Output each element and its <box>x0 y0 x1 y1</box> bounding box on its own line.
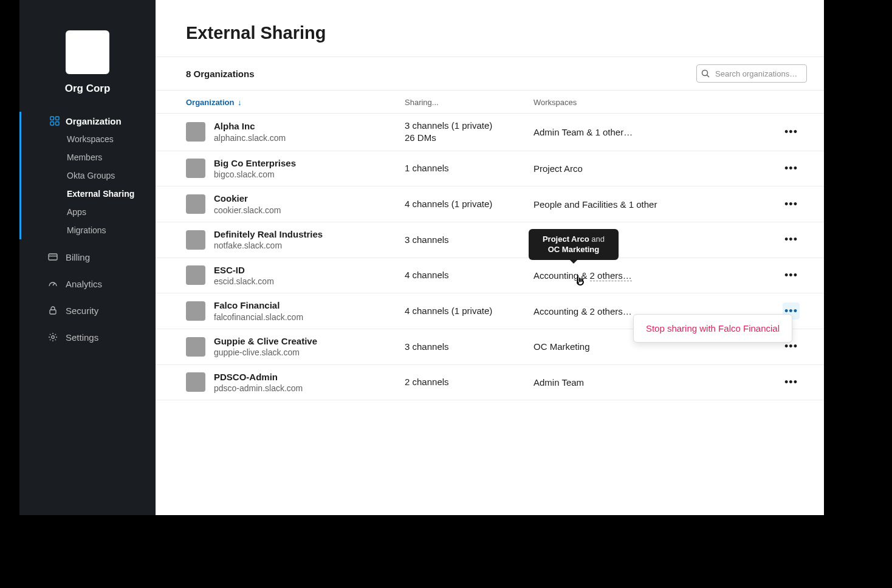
table-row: Big Co Enterprises bigco.slack.com 1 cha… <box>156 151 824 187</box>
table-row: Cookier cookier.slack.com 4 channels (1 … <box>156 186 824 222</box>
sharing-cell: 4 channels <box>405 269 533 281</box>
sort-arrow-icon: ↓ <box>238 98 242 107</box>
nav-members[interactable]: Members <box>19 148 156 166</box>
org-title: Definitely Real Industries <box>214 228 323 241</box>
more-button[interactable]: ••• <box>783 374 800 391</box>
table-row: PDSCO-Admin pdsco-admin.slack.com 2 chan… <box>156 365 824 401</box>
org-domain: alphainc.slack.com <box>214 132 286 143</box>
workspaces-others-link[interactable]: 2 others… <box>590 270 632 281</box>
org-title: PDSCO-Admin <box>214 371 303 383</box>
svg-rect-1 <box>56 117 60 120</box>
svg-line-6 <box>53 283 55 285</box>
nav-billing[interactable]: Billing <box>19 248 156 266</box>
org-domain: falcofinancial.slack.com <box>214 312 303 323</box>
search-input[interactable] <box>696 64 807 83</box>
org-title: ESC-ID <box>214 264 274 276</box>
main-content: External Sharing 8 Organizations Organiz… <box>156 0 824 515</box>
svg-point-9 <box>702 70 708 76</box>
nav-analytics[interactable]: Analytics <box>19 275 156 293</box>
sharing-cell: 3 channels <box>405 234 533 246</box>
workspaces-tooltip: Project Arco and OC Marketing <box>529 229 619 260</box>
more-button[interactable]: ••• <box>783 231 800 248</box>
org-title: Guppie & Clive Creative <box>214 335 317 347</box>
workspaces-cell: Accounting & 2 others… <box>533 270 783 281</box>
sharing-cell: 4 channels (1 private) <box>405 198 533 210</box>
org-avatar <box>186 194 205 214</box>
column-organization[interactable]: Organization ↓ <box>186 98 405 107</box>
org-avatar <box>186 337 205 357</box>
org-domain: notfake.slack.com <box>214 240 323 251</box>
svg-rect-2 <box>50 122 54 126</box>
nav-organization[interactable]: Organization <box>19 112 156 130</box>
organization-rows: Alpha Inc alphainc.slack.com 3 channels … <box>156 114 824 400</box>
org-logo <box>66 30 109 74</box>
org-domain: guppie-clive.slack.com <box>214 347 317 358</box>
card-icon <box>47 251 58 262</box>
svg-rect-0 <box>50 117 54 120</box>
org-avatar <box>186 301 205 321</box>
nav-migrations[interactable]: Migrations <box>19 221 156 239</box>
nav-security[interactable]: Security <box>19 301 156 320</box>
svg-point-8 <box>52 336 55 339</box>
more-button[interactable]: ••• <box>783 267 800 284</box>
org-avatar <box>186 159 205 178</box>
table-row: ESC-ID escid.slack.com 4 channels Accoun… <box>156 258 824 294</box>
sharing-cell: 3 channels <box>405 341 533 353</box>
column-sharing[interactable]: Sharing... <box>405 98 533 107</box>
svg-rect-7 <box>50 310 56 314</box>
sharing-cell: 4 channels (1 private) <box>405 305 533 317</box>
sharing-cell: 2 channels <box>405 376 533 388</box>
org-domain: cookier.slack.com <box>214 205 281 216</box>
org-domain: escid.slack.com <box>214 276 274 287</box>
workspaces-cell: Project Arco <box>533 163 783 174</box>
table-row: Definitely Real Industries notfake.slack… <box>156 222 824 258</box>
workspaces-cell: OC Marketing <box>533 341 783 352</box>
gauge-icon <box>47 278 58 289</box>
search-wrap <box>696 64 807 83</box>
lock-icon <box>47 305 58 316</box>
org-domain: bigco.slack.com <box>214 169 296 180</box>
row-context-menu: Stop sharing with Falco Financial <box>633 314 792 343</box>
search-icon <box>701 69 710 78</box>
workspaces-cell: People and Facilities & 1 other <box>533 199 783 210</box>
organization-count: 8 Organizations <box>186 69 255 79</box>
svg-rect-3 <box>56 122 60 126</box>
nav-workspaces[interactable]: Workspaces <box>19 130 156 148</box>
toolbar: 8 Organizations <box>156 56 824 91</box>
nav-okta-groups[interactable]: Okta Groups <box>19 166 156 185</box>
more-button[interactable]: ••• <box>783 123 800 140</box>
column-actions <box>783 98 807 107</box>
org-domain: pdsco-admin.slack.com <box>214 383 303 394</box>
svg-line-10 <box>707 75 710 78</box>
sharing-cell: 3 channels (1 private) 26 DMs <box>405 120 533 145</box>
table-row: Alpha Inc alphainc.slack.com 3 channels … <box>156 114 824 151</box>
org-title: Alpha Inc <box>214 120 286 132</box>
sharing-cell: 1 channels <box>405 162 533 174</box>
gear-icon <box>47 332 58 343</box>
table-row: Falco Financial falcofinancial.slack.com… <box>156 293 824 329</box>
more-button[interactable]: ••• <box>783 160 800 177</box>
org-title: Falco Financial <box>214 299 303 312</box>
nav-external-sharing[interactable]: External Sharing <box>19 185 156 203</box>
org-avatar <box>186 372 205 392</box>
org-avatar <box>186 122 205 142</box>
org-avatar <box>186 265 205 285</box>
nav-settings[interactable]: Settings <box>19 328 156 346</box>
svg-rect-4 <box>49 254 57 260</box>
workspaces-cell: Admin Team & 1 other… <box>533 127 783 137</box>
nav-apps[interactable]: Apps <box>19 203 156 221</box>
sidebar: Org Corp Organization Workspaces Members… <box>19 0 156 515</box>
column-workspaces[interactable]: Workspaces <box>533 98 783 107</box>
nav-label: Organization <box>66 116 122 126</box>
org-avatar <box>186 230 205 250</box>
org-title: Big Co Enterprises <box>214 157 296 169</box>
workspaces-cell: Admin Team <box>533 377 783 388</box>
table-header: Organization ↓ Sharing... Workspaces <box>156 91 824 114</box>
grid-icon <box>49 115 60 126</box>
app-window: Org Corp Organization Workspaces Members… <box>19 0 824 515</box>
more-button[interactable]: ••• <box>783 196 800 213</box>
nav-group-organization: Organization Workspaces Members Okta Gro… <box>19 112 156 239</box>
org-name: Org Corp <box>19 83 156 95</box>
stop-sharing-menu-item[interactable]: Stop sharing with Falco Financial <box>634 320 792 337</box>
org-title: Cookier <box>214 193 281 205</box>
